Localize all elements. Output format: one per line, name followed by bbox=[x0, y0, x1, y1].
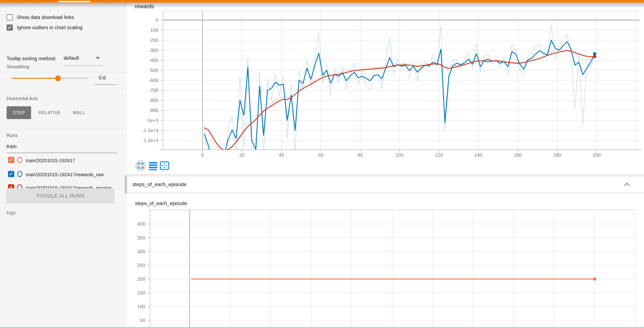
data-table-icon[interactable] bbox=[149, 161, 157, 170]
tooltip-select-underline bbox=[64, 65, 102, 66]
y-tick-label: -900 bbox=[149, 108, 158, 113]
rewards-chart-title: rewards bbox=[134, 3, 154, 9]
x-tick-label: 160 bbox=[514, 152, 522, 158]
y-tick-label: 50 bbox=[140, 318, 145, 323]
run-filter-underline bbox=[6, 153, 117, 153]
fit-domain-icon[interactable] bbox=[160, 161, 169, 170]
y-tick-label: -800 bbox=[149, 98, 158, 103]
app-header-bar bbox=[0, 0, 644, 2]
x-tick-label: 80 bbox=[358, 152, 363, 158]
y-tick-label: -1.1e+3 bbox=[142, 128, 158, 133]
y-tick-label: 250 bbox=[137, 262, 145, 268]
run-label: train/20201015-192417 bbox=[26, 157, 75, 164]
ignore-outliers-label: Ignore outliers in chart scaling bbox=[17, 25, 82, 30]
dashboard-main: rewards 0-100-200-300-400-500-600-700-80… bbox=[127, 2, 644, 328]
x-tick-label: 200 bbox=[592, 152, 600, 158]
y-tick-label: 100 bbox=[137, 304, 145, 309]
rewards-card: rewards 0-100-200-300-400-500-600-700-80… bbox=[127, 2, 644, 174]
run-row[interactable]: ✓train/20201015-192417 bbox=[8, 157, 75, 164]
tooltip-sorting-label: Tooltip sorting method: bbox=[6, 56, 56, 62]
y-tick-label: -600 bbox=[149, 78, 158, 83]
steps-section-label: steps_of_each_episode bbox=[132, 181, 186, 187]
y-tick-label: -1e+3 bbox=[146, 118, 158, 123]
rewards_raw_smoothed-end-marker[interactable] bbox=[593, 52, 596, 55]
sidebar-scrollbar-thumb[interactable] bbox=[125, 175, 127, 194]
check-icon: ✓ bbox=[8, 157, 14, 163]
axis-relative-button[interactable]: RELATIVE bbox=[38, 106, 62, 119]
run-checkbox[interactable]: ✓ bbox=[8, 171, 14, 177]
show-download-links-label: Show data download links bbox=[17, 15, 74, 20]
check-icon: ✓ bbox=[8, 171, 14, 177]
ignore-outliers-row[interactable]: ✓ Ignore outliers in chart scaling bbox=[6, 24, 82, 31]
x-tick-label: 140 bbox=[474, 152, 482, 158]
y-tick-label: 350 bbox=[137, 235, 145, 241]
runs-label: Runs bbox=[6, 133, 18, 138]
y-tick-label: -200 bbox=[149, 37, 158, 43]
horizontal-axis-label: Horizontal Axis bbox=[6, 96, 38, 101]
settings-sidebar: Show data download links ✓ Ignore outlie… bbox=[0, 2, 127, 328]
y-tick-label: 0 bbox=[156, 17, 158, 23]
y-tick-label: -700 bbox=[149, 87, 158, 93]
run-label: train/20201015-192417/rewards_raw bbox=[26, 171, 104, 178]
y-tick-label: -300 bbox=[149, 47, 158, 53]
logs-label: logs bbox=[6, 210, 16, 216]
divider bbox=[0, 129, 127, 129]
tooltip-sorting-select[interactable]: default bbox=[64, 55, 79, 61]
steps-card: steps_of_each_episode 400350300250200150… bbox=[127, 193, 644, 327]
x-tick-label: 0 bbox=[201, 152, 204, 158]
y-tick-label: -400 bbox=[149, 57, 158, 63]
run-solo-radio[interactable] bbox=[17, 157, 22, 163]
run-filter-input[interactable]: train bbox=[6, 144, 16, 149]
y-tick-label: 300 bbox=[137, 249, 145, 254]
chevron-down-icon[interactable] bbox=[96, 57, 100, 59]
run-solo-radio[interactable] bbox=[17, 171, 22, 177]
smoothing-slider-fill bbox=[12, 78, 58, 79]
divider bbox=[0, 95, 127, 95]
axis-step-button[interactable]: STEP bbox=[6, 106, 31, 119]
x-tick-label: 180 bbox=[553, 152, 561, 158]
toggle-all-runs-button[interactable]: TOGGLE ALL RUNS bbox=[6, 188, 114, 204]
smoothing-value-underline bbox=[94, 84, 117, 85]
collapse-chevron-icon[interactable] bbox=[623, 182, 630, 187]
expand-chart-icon[interactable] bbox=[135, 160, 146, 171]
rewards-chart-svg[interactable]: 0-100-200-300-400-500-600-700-800-900-1e… bbox=[135, 9, 642, 160]
steps-section-header[interactable]: steps_of_each_episode bbox=[127, 176, 644, 192]
y-tick-label: 150 bbox=[137, 290, 145, 296]
run-row[interactable]: ✓train/20201015-192417/rewards_raw bbox=[8, 171, 104, 178]
check-icon: ✓ bbox=[7, 25, 12, 30]
steps_of_each_episode-end-marker[interactable] bbox=[593, 277, 596, 281]
x-tick-label: 60 bbox=[318, 152, 324, 158]
divider bbox=[0, 72, 127, 73]
steps-chart-title: steps_of_each_episode bbox=[135, 201, 187, 206]
steps-chart-svg[interactable]: 40035030025020015010050 bbox=[135, 209, 642, 327]
rewards_moving_average_smoothed-end-marker[interactable] bbox=[593, 55, 596, 58]
smoothing-value[interactable]: 0.6 bbox=[99, 75, 106, 81]
y-tick-label: 400 bbox=[137, 221, 145, 227]
smoothing-label: Smoothing bbox=[6, 64, 29, 70]
axis-wall-button[interactable]: WALL bbox=[70, 106, 88, 119]
x-tick-label: 40 bbox=[279, 152, 284, 158]
show-download-links-checkbox[interactable] bbox=[6, 14, 13, 20]
active-tab-indicator bbox=[58, 1, 90, 2]
run-checkbox[interactable]: ✓ bbox=[8, 157, 14, 163]
show-download-links-row[interactable]: Show data download links bbox=[6, 14, 74, 20]
rewards-chart-toolbar bbox=[135, 160, 172, 171]
x-tick-label: 100 bbox=[396, 152, 404, 158]
smoothing-slider-knob[interactable] bbox=[55, 75, 61, 81]
y-tick-label: -100 bbox=[149, 27, 158, 33]
ignore-outliers-checkbox[interactable]: ✓ bbox=[6, 24, 13, 31]
y-tick-label: -1.2e+3 bbox=[142, 138, 158, 143]
x-tick-label: 120 bbox=[435, 152, 443, 158]
bottom-scrollbar[interactable] bbox=[0, 327, 644, 328]
y-tick-label: -500 bbox=[149, 68, 158, 73]
x-tick-label: 20 bbox=[239, 152, 245, 158]
y-tick-label: 200 bbox=[137, 276, 145, 282]
